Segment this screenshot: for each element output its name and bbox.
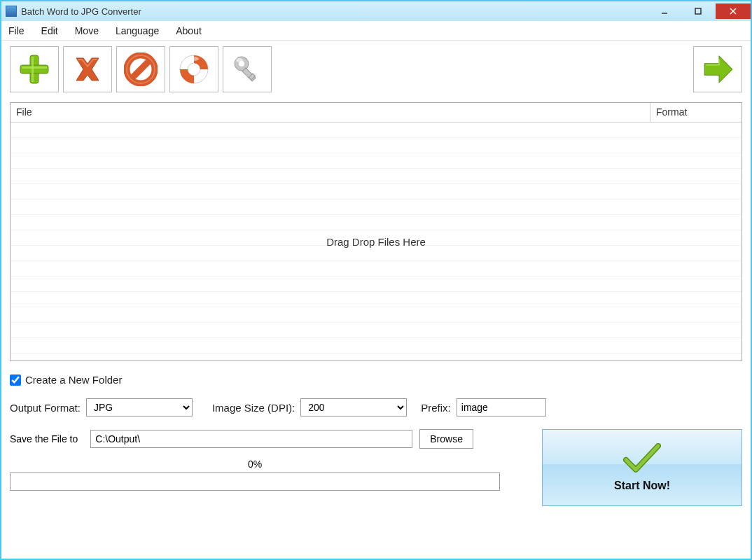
grid-header: File Format xyxy=(11,103,741,122)
lifebuoy-icon xyxy=(177,52,211,86)
register-button[interactable] xyxy=(223,46,272,92)
save-path-input[interactable] xyxy=(90,430,412,448)
svg-line-9 xyxy=(132,60,150,78)
minimize-button[interactable] xyxy=(648,4,681,19)
window-title: Batch Word to JPG Converter xyxy=(21,6,647,17)
forbidden-icon xyxy=(124,52,158,86)
progress-bar xyxy=(10,472,500,491)
help-button[interactable] xyxy=(169,46,218,92)
drag-drop-hint: Drag Drop Files Here xyxy=(326,236,426,248)
svg-rect-6 xyxy=(32,57,34,82)
menu-file[interactable]: File xyxy=(8,25,25,36)
menu-about[interactable]: About xyxy=(176,25,202,36)
key-icon xyxy=(230,52,264,86)
start-button-label: Start Now! xyxy=(614,479,670,492)
menu-bar: File Edit Move Language About xyxy=(1,21,751,41)
app-icon xyxy=(6,6,17,17)
file-list[interactable]: File Format Drag Drop Files Here xyxy=(10,102,742,361)
close-button[interactable] xyxy=(716,4,751,19)
create-folder-checkbox[interactable]: Create a New Folder xyxy=(10,374,122,386)
checkmark-icon xyxy=(623,443,661,474)
svg-point-18 xyxy=(236,58,243,62)
menu-edit[interactable]: Edit xyxy=(41,25,58,36)
toolbar xyxy=(1,41,751,95)
prefix-input[interactable] xyxy=(457,398,546,416)
create-folder-label: Create a New Folder xyxy=(25,374,122,386)
svg-rect-7 xyxy=(22,66,47,69)
start-button[interactable]: Start Now! xyxy=(542,429,742,506)
maximize-button[interactable] xyxy=(682,4,714,19)
title-bar: Batch Word to JPG Converter xyxy=(1,1,751,21)
next-button[interactable] xyxy=(693,46,742,92)
svg-point-12 xyxy=(188,63,200,76)
output-format-label: Output Format: xyxy=(10,402,81,414)
svg-rect-1 xyxy=(695,8,701,14)
image-size-label: Image Size (DPI): xyxy=(212,402,295,414)
progress-label: 0% xyxy=(10,458,500,470)
add-button[interactable] xyxy=(10,46,59,92)
save-path-label: Save the File to xyxy=(10,433,78,444)
create-folder-input[interactable] xyxy=(10,374,21,386)
menu-move[interactable]: Move xyxy=(75,25,99,36)
column-format[interactable]: Format xyxy=(650,103,741,122)
column-file[interactable]: File xyxy=(11,103,650,122)
menu-language[interactable]: Language xyxy=(116,25,159,36)
output-format-select[interactable]: JPG xyxy=(86,398,193,416)
window-controls xyxy=(647,4,751,19)
clear-button[interactable] xyxy=(116,46,165,92)
plus-icon xyxy=(18,52,51,86)
arrow-right-icon xyxy=(700,52,735,87)
svg-point-13 xyxy=(189,57,199,61)
x-icon xyxy=(71,52,104,86)
browse-button[interactable]: Browse xyxy=(419,429,473,449)
svg-rect-5 xyxy=(20,65,48,74)
prefix-label: Prefix: xyxy=(421,402,451,414)
dpi-select[interactable]: 200 xyxy=(300,398,407,416)
grid-body[interactable]: Drag Drop Files Here xyxy=(11,122,741,360)
remove-button[interactable] xyxy=(63,46,112,92)
